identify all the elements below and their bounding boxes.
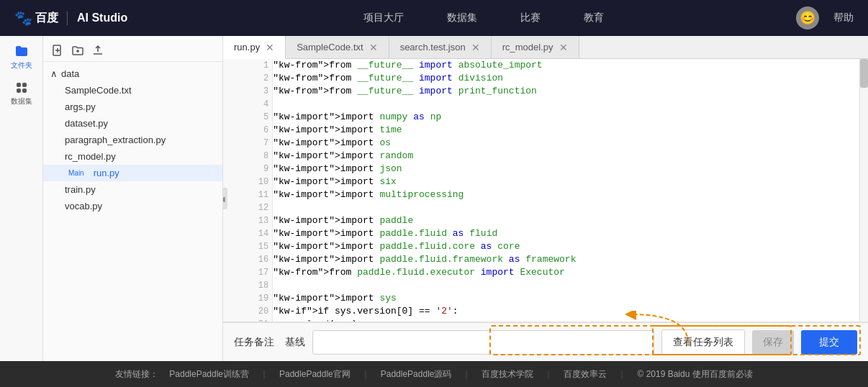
nav-competitions[interactable]: 比赛 xyxy=(520,12,541,24)
line-number: 16 xyxy=(255,255,272,265)
sidebar-datasets-label: 数据集 xyxy=(11,96,32,106)
line-number: 7 xyxy=(260,138,272,148)
footer-link-5[interactable]: 百度效率云 xyxy=(564,368,607,381)
logo: 🐾 百度 │ AI Studio xyxy=(14,9,127,27)
sidebar-files-label: 文件夹 xyxy=(11,60,32,70)
sidebar-item-datasets[interactable]: 数据集 xyxy=(7,79,36,108)
header-right: 😊 帮助 xyxy=(796,6,854,29)
line-number: 17 xyxy=(255,268,272,278)
line-number: 14 xyxy=(255,229,272,239)
table-row: 19"kw-import">import sys xyxy=(223,292,868,305)
nav-projects[interactable]: 项目大厅 xyxy=(363,12,404,24)
file-vocab[interactable]: vocab.py xyxy=(43,198,222,214)
logo-sep: │ xyxy=(64,12,71,24)
line-number: 1 xyxy=(260,60,272,70)
folder-data-label: data xyxy=(61,68,79,79)
table-row: 6"kw-import">import time xyxy=(223,124,868,137)
task-input[interactable] xyxy=(312,330,654,355)
upload-icon xyxy=(92,45,104,56)
logo-paw-icon: 🐾 xyxy=(14,9,32,27)
main-nav: 项目大厅 数据集 比赛 教育 xyxy=(171,12,796,24)
footer-link-1[interactable]: PaddlePaddle训练营 xyxy=(169,368,249,381)
file-tree: ∧ data SampleCode.txt args.py dataset.py… xyxy=(43,36,223,361)
footer-link-2[interactable]: PaddlePaddle官网 xyxy=(279,368,351,381)
tab-rcmodel-close[interactable]: ✕ xyxy=(559,42,568,53)
folder-icon xyxy=(14,45,29,59)
main-area: 文件夹 数据集 xyxy=(0,36,868,361)
table-row: 8"kw-import">import random xyxy=(223,150,868,163)
table-row: 20"kw-if">if sys.version[0] == '2': xyxy=(223,305,868,318)
main-badge: Main xyxy=(65,168,88,178)
footer-link-4[interactable]: 百度技术学院 xyxy=(482,368,533,381)
logo-product: AI Studio xyxy=(77,12,127,24)
new-file-icon xyxy=(52,45,63,56)
scrollbar-right[interactable] xyxy=(859,59,868,322)
folder-arrow-icon: ∧ xyxy=(50,68,58,79)
tab-rcmodel-label: rc_model.py xyxy=(502,42,553,53)
sidebar: 文件夹 数据集 xyxy=(0,36,43,361)
line-number: 13 xyxy=(255,216,272,226)
line-number: 5 xyxy=(260,112,272,122)
table-row: 18 xyxy=(223,279,868,292)
tab-search-close[interactable]: ✕ xyxy=(471,42,480,53)
tab-samplecode[interactable]: SampleCode.txt ✕ xyxy=(286,36,389,58)
tab-samplecode-close[interactable]: ✕ xyxy=(369,42,378,53)
file-args[interactable]: args.py xyxy=(43,99,222,115)
tab-samplecode-label: SampleCode.txt xyxy=(297,42,363,53)
line-number: 3 xyxy=(260,86,272,96)
footer-copyright: © 2019 Baidu 使用百度前必读 xyxy=(637,368,752,381)
collapse-panel-btn[interactable]: ◀ xyxy=(223,188,227,209)
line-number: 15 xyxy=(255,242,272,252)
file-paragraph-label: paragraph_extraction.py xyxy=(65,135,166,145)
line-number: 9 xyxy=(260,164,272,174)
file-paragraph[interactable]: paragraph_extraction.py xyxy=(43,132,222,148)
submit-button[interactable]: 提交 xyxy=(801,330,857,355)
bottom-panel: 任务备注 基线 查看任务列表 保存 提交 xyxy=(223,322,868,361)
footer-link-3[interactable]: PaddlePaddle源码 xyxy=(381,368,452,381)
code-table: 1"kw-from">from __future__ import absolu… xyxy=(223,59,868,322)
file-runpy-label: run.py xyxy=(94,168,119,178)
table-row: 9"kw-import">import json xyxy=(223,163,868,176)
line-number: 4 xyxy=(260,99,272,109)
new-folder-btn[interactable] xyxy=(71,43,85,58)
nav-education[interactable]: 教育 xyxy=(584,12,604,24)
table-row: 4 xyxy=(223,98,868,111)
view-tasks-button[interactable]: 查看任务列表 xyxy=(661,329,745,355)
file-rcmodel-label: rc_model.py xyxy=(65,151,116,162)
table-row: 2"kw-from">from __future__ import divisi… xyxy=(223,72,868,85)
file-runpy[interactable]: Main run.py xyxy=(43,165,222,181)
new-folder-icon xyxy=(72,45,83,56)
table-row: 13"kw-import">import paddle xyxy=(223,214,868,227)
line-number: 6 xyxy=(260,125,272,135)
file-samplecode[interactable]: SampleCode.txt xyxy=(43,82,222,99)
help-link[interactable]: 帮助 xyxy=(833,12,854,24)
file-train[interactable]: train.py xyxy=(43,181,222,198)
footer: 友情链接： PaddlePaddle训练营 ｜ PaddlePaddle官网 ｜… xyxy=(0,361,868,387)
file-rcmodel[interactable]: rc_model.py xyxy=(43,148,222,165)
file-vocab-label: vocab.py xyxy=(65,201,102,211)
upload-btn[interactable] xyxy=(91,43,105,58)
table-row: 16"kw-import">import paddle.fluid.framew… xyxy=(223,253,868,266)
save-button[interactable]: 保存 xyxy=(752,330,794,355)
line-number: 18 xyxy=(255,281,272,291)
table-row: 14"kw-import">import paddle.fluid as flu… xyxy=(223,227,868,240)
file-dataset[interactable]: dataset.py xyxy=(43,115,222,132)
file-train-label: train.py xyxy=(65,184,96,195)
file-tree-toolbar xyxy=(43,40,222,62)
line-number: 12 xyxy=(255,203,272,213)
line-number: 8 xyxy=(260,151,272,161)
sidebar-item-files[interactable]: 文件夹 xyxy=(7,43,36,72)
tab-search[interactable]: search.test.json ✕ xyxy=(389,36,492,58)
folder-data[interactable]: ∧ data xyxy=(43,65,222,82)
scrollbar-thumb[interactable] xyxy=(860,59,868,88)
code-editor[interactable]: 1"kw-from">from __future__ import absolu… xyxy=(223,59,868,322)
tab-runpy-close[interactable]: ✕ xyxy=(266,42,274,53)
avatar[interactable]: 😊 xyxy=(796,6,819,29)
table-row: 17"kw-from">from paddle.fluid.executor i… xyxy=(223,266,868,279)
nav-datasets[interactable]: 数据集 xyxy=(447,12,477,24)
table-row: 1"kw-from">from __future__ import absolu… xyxy=(223,59,868,72)
new-file-btn[interactable] xyxy=(50,43,65,58)
tab-rcmodel[interactable]: rc_model.py ✕ xyxy=(492,36,579,58)
tab-runpy[interactable]: run.py ✕ xyxy=(223,36,286,59)
editor-tabs: run.py ✕ SampleCode.txt ✕ search.test.js… xyxy=(223,36,868,59)
